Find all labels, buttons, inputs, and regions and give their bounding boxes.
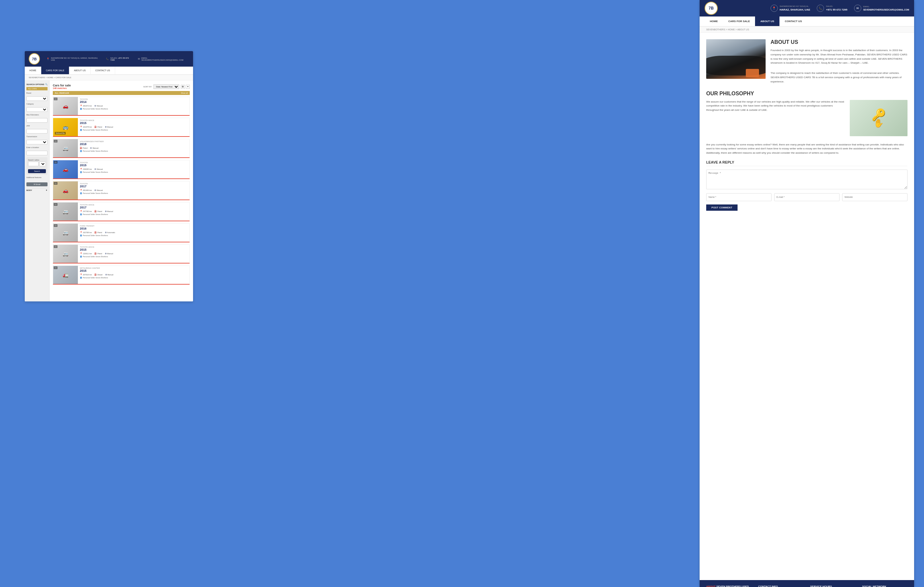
car-image: 1/1 🚗: [53, 160, 78, 178]
table-row[interactable]: 1/1 🚐 VOLKSWAGEN PARTNER 2018 ⛽ Petrol ⚙…: [53, 139, 190, 158]
radius-value-input[interactable]: [28, 161, 39, 166]
leave-reply-title: LEAVE A REPLY: [706, 160, 908, 166]
all-vehicles-btn[interactable]: ALL CARS: [26, 87, 48, 90]
about-section: ABOUT US Founded in 2003 by the high aim…: [706, 39, 908, 84]
left-nav-home[interactable]: HOME: [25, 67, 41, 74]
right-nav-cars[interactable]: CARS FOR SALE: [723, 16, 755, 26]
email-input[interactable]: [774, 193, 840, 201]
table-row[interactable]: 1/1 🚐 FORD TRANSIT 2016 📍 162768 km ⛽ Pe…: [53, 223, 190, 242]
table-row[interactable]: 1/1 🚐 TOYOTA HIACE 2017 📍 247760 km ⛽ Pe…: [53, 202, 190, 221]
left-nav-about[interactable]: ABOUT US: [69, 67, 91, 74]
location-filter: Enter a location: [26, 146, 48, 155]
year-input[interactable]: [26, 129, 48, 133]
sort-row: SORT BY Date: Newest First ⊞ ≡: [143, 84, 190, 89]
email-results-btn[interactable]: ✉ Email: [26, 183, 48, 186]
location-input[interactable]: [26, 151, 48, 155]
search-btn[interactable]: Search: [28, 169, 46, 173]
left-breadcrumb: SEVENBOTHERS > HOME > CARS FOR SALE: [25, 75, 193, 81]
right-logo: 7B: [705, 2, 718, 15]
about-title: ABOUT US: [771, 39, 908, 45]
about-paragraph: Founded in 2003 by the high aims people,…: [771, 48, 908, 65]
right-content: ABOUT US Founded in 2003 by the high aim…: [700, 33, 914, 580]
body-section: BODY ▼: [26, 188, 48, 192]
table-row[interactable]: 1/1 🚛 MITSUBISHI CANTER 2015 📍 267616 km…: [53, 265, 190, 284]
car-image: 1/1 🚌 School Bu: [53, 118, 78, 136]
footer-about-col: ABOUT SEVEN BROTHERS USED CARS TRADING A…: [706, 585, 752, 587]
car-info: TOYOTA 2015 📍 246095 km ⚙ Manual 👤 Perso…: [78, 160, 190, 178]
max-km-input[interactable]: [26, 118, 48, 123]
left-nav-contact[interactable]: CONTACT US: [91, 67, 115, 74]
left-phone-info: 📞 SALES: +971 55 672 7295: [106, 57, 133, 61]
website-input[interactable]: [842, 193, 908, 201]
philosophy-text: We assure our customers that the range o…: [706, 100, 845, 136]
table-row[interactable]: 1/1 🚗 TOYOTA 2015 📍 246095 km ⚙ Manual 👤…: [53, 160, 190, 179]
max-km-filter: Max Kilometers: [26, 114, 48, 123]
car-info: TOYOTA HIACE 2017 📍 247760 km ⛽ Petrol ⚙…: [78, 202, 190, 220]
grid-view-icon[interactable]: ⊞: [181, 85, 185, 89]
philosophy-title: OUR PHILOSOPHY: [706, 91, 908, 97]
table-row[interactable]: 1/1 🚐 TOYOTA HIACE 2015 📍 132611 km ⛽ Pe…: [53, 244, 190, 263]
philosophy-section: OUR PHILOSOPHY We assure our customers t…: [706, 91, 908, 136]
about-paragraph-2: The company is designed to reach the sat…: [771, 71, 908, 84]
car-image: 1/1 🚐: [53, 202, 78, 220]
view-icons: ⊞ ≡: [181, 85, 190, 89]
name-input[interactable]: [706, 193, 772, 201]
post-comment-button[interactable]: POST COMMENT: [706, 204, 738, 211]
footer-hours-col: SERVICE HOURS Saturday - Thursday: 08:00…: [810, 585, 856, 587]
right-breadcrumb: SEVENBOTHERS > HOME > ABOUT US: [700, 27, 914, 33]
table-row[interactable]: 1/1 🚌 School Bu TOYOTA HIACE 2015 📍 1616…: [53, 118, 190, 137]
left-nav-cars[interactable]: CARS FOR SALE: [41, 67, 69, 74]
phone-icon: 📞: [106, 58, 109, 60]
left-showroom-info: 📍 SHOWROOM NO 417 SOUQ AL HARAZ, SHARJAH…: [46, 57, 101, 61]
table-row[interactable]: 1/1 🚗 TOYOTA 2017 📍 281484 km ⚙ Manual 👤…: [53, 181, 190, 200]
email-header-icon: ✉: [854, 5, 861, 12]
sort-select[interactable]: Date: Newest First: [153, 84, 179, 89]
email-icon: ✉: [138, 58, 140, 60]
search-icon: 🔍: [45, 83, 48, 86]
brand-select[interactable]: [26, 96, 48, 101]
additional-features: Additional features: [26, 176, 48, 178]
essay-section: Are you currently looking for some essay…: [706, 143, 908, 155]
list-view-icon[interactable]: ≡: [186, 85, 190, 89]
location-icon: 📍: [46, 58, 50, 60]
car-info: TOYOTA 2014 📍 281972 km ⚙ Manual 👤 Perso…: [78, 97, 190, 115]
footer-social-col: SOCIAL NETWORK f t 📷: [862, 585, 908, 587]
philosophy-content: We assure our customers that the range o…: [706, 100, 908, 136]
category-select[interactable]: [26, 107, 48, 112]
all-vehicles-header: ALL VEHICLES Show all: [53, 91, 190, 95]
right-showroom-contact: 📍 SHOWROOM NO 417 SOUQ AL, HARAZ, SHARJA…: [771, 5, 810, 12]
right-email-contact: ✉ EMAIL: SEVENBROTHERSUSEDCARS@GMAIL.COM: [854, 5, 909, 12]
right-panel: 7B 📍 SHOWROOM NO 417 SOUQ AL, HARAZ, SHA…: [700, 0, 914, 587]
body-section-title: BODY ▼: [26, 188, 48, 192]
table-row[interactable]: 1/1 🚗 TOYOTA 2014 📍 281972 km ⚙ Manual 👤…: [53, 97, 190, 116]
right-nav-about[interactable]: ABOUT US: [755, 16, 779, 26]
right-footer: ABOUT SEVEN BROTHERS USED CARS TRADING A…: [700, 580, 914, 587]
message-textarea[interactable]: [706, 169, 908, 189]
right-header-top: 7B 📍 SHOWROOM NO 417 SOUQ AL, HARAZ, SHA…: [700, 0, 914, 16]
car-info: FORD TRANSIT 2016 📍 162768 km ⛽ Petrol ⚙…: [78, 224, 190, 242]
right-nav: HOME CARS FOR SALE ABOUT US CONTACT US: [700, 16, 914, 27]
year-filter: year: [26, 125, 48, 133]
philosophy-image: 🔑 ✋: [850, 100, 908, 136]
left-content: SEARCH OPTIONS 🔍 ALL CARS Brand Category…: [25, 81, 193, 301]
right-nav-home[interactable]: HOME: [705, 16, 723, 26]
transmission-filter: Transmission: [26, 136, 48, 145]
car-info: VOLKSWAGEN PARTNER 2018 ⛽ Petrol ⚙ Manua…: [78, 139, 190, 157]
left-logo: 7B: [29, 53, 40, 65]
car-image: 1/1 🚐: [53, 224, 78, 242]
left-contact-info: 📍 SHOWROOM NO 417 SOUQ AL HARAZ, SHARJAH…: [46, 57, 189, 61]
left-sidebar: SEARCH OPTIONS 🔍 ALL CARS Brand Category…: [25, 81, 50, 301]
chevron-icon: ▼: [46, 189, 48, 191]
right-nav-contact[interactable]: CONTACT US: [779, 16, 807, 26]
left-panel: 7B 📍 SHOWROOM NO 417 SOUQ AL HARAZ, SHAR…: [25, 51, 193, 301]
car-list: Cars for sale 148 matches SORT BY Date: …: [50, 81, 193, 301]
left-nav: HOME CARS FOR SALE ABOUT US CONTACT US: [25, 67, 193, 75]
radius-unit-select[interactable]: km: [39, 161, 46, 166]
car-image: 1/1 🚗: [53, 97, 78, 115]
right-contact-row: 📍 SHOWROOM NO 417 SOUQ AL, HARAZ, SHARJA…: [771, 5, 909, 12]
car-image: 1/1 🚐: [53, 139, 78, 157]
left-email-info: ✉ EMAIL: SEVENBROTHERSUSEDCARS@GMAIL.COM: [138, 57, 189, 61]
car-info: TOYOTA HIACE 2015 📍 161678 km ⛽ Petrol ⚙…: [78, 118, 190, 136]
transmission-select[interactable]: [26, 140, 48, 145]
brand-filter: Brand: [26, 92, 48, 101]
